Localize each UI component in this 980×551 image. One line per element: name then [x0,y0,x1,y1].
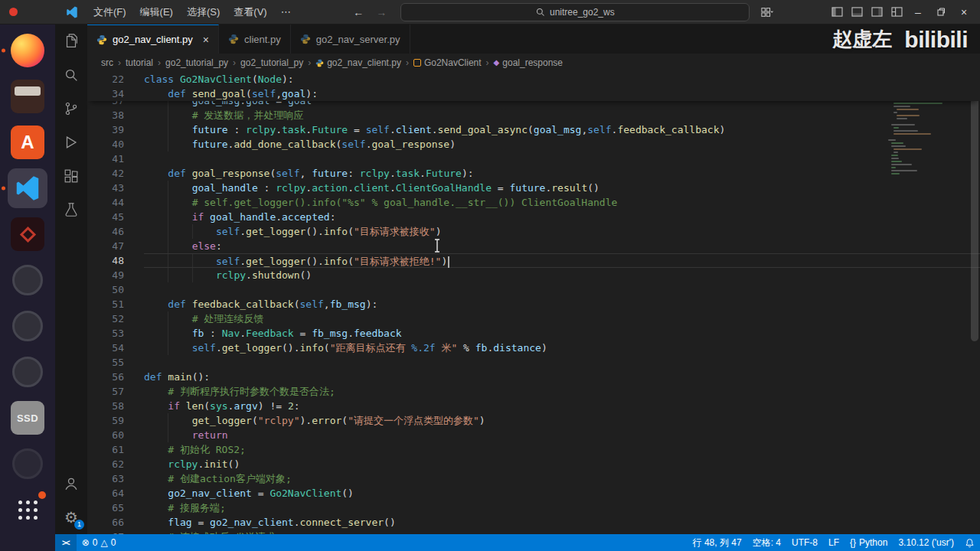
code-line[interactable]: 66 flag = go2_nav_client.connect_server(… [87,515,980,530]
code-line[interactable]: 57 # 判断程序执行时参数个数是否合法; [87,384,980,399]
encoding-indicator[interactable]: UTF-8 [786,534,823,551]
code-line[interactable]: 65 # 接服务端; [87,500,980,515]
code-line[interactable]: 22class Go2NavClient(Node): [87,72,980,86]
search-icon[interactable] [55,58,87,92]
recording-indicator-dot [9,8,18,16]
code-line[interactable]: 53 fb : Nav.Feedback = fb_msg.feedback [87,326,980,341]
forward-button[interactable]: → [370,6,393,18]
code-line[interactable]: 59 get_logger("rclpy").error("请提交一个浮点类型的… [87,413,980,428]
breadcrumb-file[interactable]: go2_nav_client.py [315,57,401,68]
code-line[interactable]: 52 # 处理连续反馈 [87,311,980,326]
code-line[interactable]: 58 if len(sys.argv) != 2: [87,399,980,413]
code-line[interactable]: 50 [87,282,980,297]
breadcrumb-tutorial[interactable]: tutorial [126,57,153,68]
breadcrumb-class[interactable]: Go2NavClient [413,57,482,68]
code-line[interactable]: 60 return [87,428,980,442]
code-line[interactable]: 43 goal_handle : rclpy.action.client.Cli… [87,181,980,195]
code-line[interactable]: 56def main(): [87,370,980,384]
code-lines[interactable]: 37 goal_msg.goal = goal38 # 发送数据，并处理响应39… [87,72,980,534]
tab-client[interactable]: client.py [219,24,291,54]
code-line[interactable]: 34 def send_goal(self,goal): [87,86,980,101]
menu-edit[interactable]: 编辑(E) [133,4,180,21]
cursor-position[interactable]: 行 48, 列 47 [688,534,747,551]
test-beaker-icon[interactable] [55,193,87,227]
toggle-primary-sidebar-icon[interactable] [827,4,847,21]
settings-gear-icon[interactable]: ⚙ 1 [55,500,87,534]
close-button[interactable]: × [952,0,975,24]
menu-more[interactable]: ⋯ [274,4,298,21]
grid-dropdown-icon[interactable] [757,4,777,21]
command-center-search[interactable]: unitree_go2_ws [400,3,750,21]
minimize-button[interactable]: – [906,0,929,24]
breadcrumb-method[interactable]: ◆ goal_response [494,57,563,68]
account-icon[interactable] [55,467,87,500]
show-applications-icon [18,500,38,520]
dock-item-app2[interactable] [8,77,47,116]
source-control-icon[interactable] [55,92,87,126]
code-line[interactable]: 63 # 创建action客户端对象; [87,471,980,486]
close-tab-icon[interactable]: × [203,34,209,46]
dock-item-app-grid[interactable] [8,490,47,530]
code-line[interactable]: 47 else: [87,239,980,253]
dimmed-app-icon [12,448,43,479]
explorer-icon[interactable] [55,24,87,58]
menu-file[interactable]: 文件(F) [87,4,133,21]
menu-view[interactable]: 查看(V) [227,4,273,21]
tab-go2-nav-server[interactable]: go2_nav_server.py [291,24,410,54]
back-button[interactable]: ← [347,6,370,18]
tab-go2-nav-client[interactable]: go2_nav_client.py × [87,24,219,54]
python-interpreter[interactable]: 3.10.12 ('usr') [893,534,959,551]
eol-indicator[interactable]: LF [823,534,844,551]
dock-item-app8[interactable] [8,352,47,392]
code-line[interactable]: 62 rclpy.init() [87,457,980,471]
running-indicator-dot [2,187,5,191]
code-line[interactable]: 39 future : rclpy.task.Future = self.cli… [87,122,980,137]
toggle-secondary-sidebar-icon[interactable] [867,4,887,21]
code-editor[interactable]: 37 goal_msg.goal = goal38 # 发送数据，并处理响应39… [87,72,980,534]
dock-item-app7[interactable] [8,306,47,346]
code-line[interactable]: 49 rclpy.shutdown() [87,268,980,282]
breadcrumb-src[interactable]: src [101,57,113,68]
breadcrumb-pkg[interactable]: go2_tutorial_py [165,57,228,68]
dock-item-software-center[interactable]: A [8,122,47,162]
symbol-class-icon [413,59,421,67]
code-line[interactable]: 40 future.add_done_callback(self.goal_re… [87,137,980,152]
problems-indicator[interactable]: ⊗ 0 △ 0 [77,534,122,551]
breadcrumb: src › tutorial › go2_tutorial_py › go2_t… [87,54,980,72]
customize-layout-icon[interactable] [887,4,906,21]
dock-item-app10[interactable] [8,444,47,484]
code-line[interactable]: 44 # self.get_logger().info("%s" % goal_… [87,195,980,210]
code-line[interactable]: 55 [87,355,980,370]
run-debug-icon[interactable] [55,126,87,159]
symbol-method-icon: ◆ [494,59,500,67]
toggle-panel-icon[interactable] [847,4,867,21]
running-indicator-dot [2,49,5,53]
breadcrumb-pkg2[interactable]: go2_tutorial_py [240,57,303,68]
notifications-bell[interactable] [959,534,980,551]
vertical-scrollbar[interactable] [971,75,978,341]
code-line[interactable]: 41 [87,152,980,166]
python-file-icon [96,34,107,45]
code-line[interactable]: 64 go2_nav_client = Go2NavClient() [87,486,980,500]
dock-item-firefox[interactable] [8,31,47,70]
menu-selection[interactable]: 选择(S) [180,4,227,21]
language-mode[interactable]: {} Python [844,534,893,551]
code-line[interactable]: 45 if goal_handle.accepted: [87,210,980,224]
dock-item-vscode[interactable] [8,168,47,208]
code-line[interactable]: 38 # 发送数据，并处理响应 [87,108,980,122]
dock-item-ssd-drive[interactable]: SSD [8,398,47,438]
restore-button[interactable] [929,0,952,24]
remote-indicator[interactable]: >< [55,534,77,551]
code-line[interactable]: 51 def feedback_callback(self,fb_msg): [87,297,980,311]
code-line[interactable]: 61 # 初始化 ROS2; [87,442,980,457]
title-bar: 文件(F) 编辑(E) 选择(S) 查看(V) ⋯ ← → unitree_go… [0,0,980,24]
dock-item-app5[interactable] [8,214,47,254]
sticky-scroll[interactable]: 22class Go2NavClient(Node):34 def send_g… [87,72,980,101]
code-line[interactable]: 46 self.get_logger().info("目标请求被接收") [87,224,980,239]
code-line[interactable]: 48 self.get_logger().info("目标请求被拒绝!") [87,253,980,268]
code-line[interactable]: 54 self.get_logger().info("距离目标点还有 %.2f … [87,341,980,355]
code-line[interactable]: 42 def goal_response(self, future: rclpy… [87,166,980,181]
dock-item-app6[interactable] [8,260,47,300]
indentation-indicator[interactable]: 空格: 4 [747,534,786,551]
extensions-icon[interactable] [55,159,87,193]
